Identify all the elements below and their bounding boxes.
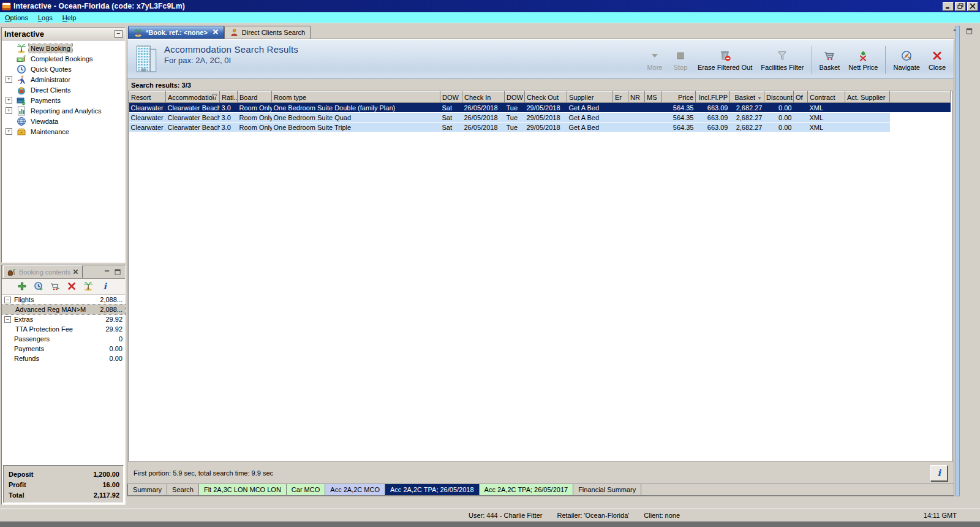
sidebar-collapse-button[interactable]: −: [115, 30, 123, 38]
mdi-maximize-icon[interactable]: [966, 28, 973, 34]
tab-book-ref-none[interactable]: *Book. ref.: <none>: [128, 26, 224, 39]
booking-row-refunds[interactable]: Refunds0.00: [2, 354, 125, 363]
tab-direct-clients-search[interactable]: Direct Clients Search: [224, 26, 311, 39]
column-header-basket[interactable]: Basket▼: [730, 92, 764, 103]
sidebar-item-viewdata[interactable]: Viewdata: [2, 116, 125, 126]
result-cell-er: [613, 113, 628, 123]
column-header-incl-fl-pp[interactable]: Incl.Fl.PP: [696, 92, 730, 103]
nett-price-icon: [857, 50, 869, 62]
result-row[interactable]: Clearwater ...Clearwater Beach Ma...3.0R…: [129, 113, 951, 123]
bottom-tab-flt-2a-3c-lon-mco-lon[interactable]: Flt 2A,3C LON MCO LON: [199, 484, 287, 496]
bottom-tab-financial-summary[interactable]: Financial Summary: [573, 484, 641, 496]
toolbar-button-label: Navigate: [893, 64, 919, 71]
add-item-button[interactable]: [17, 281, 27, 292]
column-header-check-in[interactable]: Check In: [462, 92, 505, 103]
column-header-board[interactable]: Board: [238, 92, 272, 103]
bottom-tab-search[interactable]: Search: [167, 484, 199, 496]
sidebar-item-new-booking[interactable]: New Booking: [2, 43, 125, 53]
erase-filtered-out-button[interactable]: Erase Filtered Out: [693, 48, 756, 72]
minimize-button[interactable]: [943, 2, 954, 11]
booking-minimize-icon[interactable]: [104, 269, 111, 275]
column-header-nr[interactable]: NR: [628, 92, 645, 103]
restore-button[interactable]: [955, 2, 966, 11]
column-header-dow[interactable]: DOW: [440, 92, 462, 103]
expand-toggle[interactable]: +: [6, 107, 12, 114]
sidebar-item-completed-bookings[interactable]: Completed Bookings: [2, 53, 125, 64]
sidebar-item-reporting-and-analytics[interactable]: +Reporting and Analytics: [2, 105, 125, 116]
restore-icon: [957, 3, 964, 9]
booking-row-value: 29.92: [105, 325, 125, 333]
result-row[interactable]: Clearwater ...Clearwater Beach Ma...3.0R…: [129, 103, 951, 113]
column-header-er[interactable]: Er: [613, 92, 628, 103]
results-info-button[interactable]: i: [930, 465, 948, 481]
booking-row-payments[interactable]: Payments0.00: [2, 344, 125, 354]
expand-toggle[interactable]: −: [4, 316, 11, 323]
sidebar-header: Interactive −: [2, 28, 125, 40]
booking-section-tabs: SummarySearchFlt 2A,3C LON MCO LONCar MC…: [127, 483, 954, 496]
sidebar-item-maintenance[interactable]: +Maintenance: [2, 126, 125, 137]
booking-row-flights[interactable]: −Flights2,088...: [2, 295, 125, 305]
delete-item-button[interactable]: [67, 281, 77, 292]
navigate-button[interactable]: Navigate: [889, 48, 924, 72]
menu-item-options[interactable]: Options: [0, 13, 33, 22]
bottom-tab-acc-2a-2c-tpa-26-05-2018[interactable]: Acc 2A,2C TPA; 26/05/2018: [385, 484, 480, 496]
column-header-supplier[interactable]: Supplier: [567, 92, 613, 103]
expand-toggle[interactable]: +: [6, 97, 12, 104]
result-cell-room-type: One Bedroom Suite Triple: [272, 123, 440, 132]
booking-button[interactable]: [83, 281, 93, 292]
basket-button[interactable]: Basket: [815, 48, 845, 72]
booking-row-advanced-reg-man-m[interactable]: Advanced Reg MAN>M2,088...: [2, 305, 125, 314]
column-header-discount[interactable]: Discount: [764, 92, 794, 103]
booking-row-passengers[interactable]: Passengers0: [2, 334, 125, 344]
close-button[interactable]: [967, 2, 978, 11]
close-button[interactable]: Close: [924, 48, 950, 72]
column-header-rati[interactable]: Rati...: [220, 92, 238, 103]
expand-toggle[interactable]: +: [6, 76, 12, 83]
refresh-button[interactable]: [34, 281, 43, 292]
column-header-accommodation[interactable]: Accommodation: [166, 92, 220, 103]
item-info-button[interactable]: i: [100, 281, 110, 292]
booking-contents-close-icon[interactable]: [73, 269, 78, 275]
summary-label: Total: [9, 491, 24, 499]
expand-toggle[interactable]: +: [6, 128, 12, 135]
close-icon: [969, 3, 976, 9]
menu-item-logs[interactable]: Logs: [33, 13, 58, 22]
column-header-contract[interactable]: Contract: [808, 92, 845, 103]
viewdata-icon: [16, 116, 26, 126]
booking-maximize-icon[interactable]: [115, 269, 121, 275]
toolbar-separator: [885, 46, 886, 74]
result-cell-price: 564.35: [662, 113, 696, 123]
column-header-check-out[interactable]: Check Out: [525, 92, 567, 103]
tab-close-icon[interactable]: [213, 29, 219, 36]
toolbar-separator: [812, 46, 812, 74]
column-header-price[interactable]: Price: [662, 92, 696, 103]
bottom-tab-summary[interactable]: Summary: [127, 484, 167, 496]
add-to-basket-button[interactable]: [50, 281, 60, 292]
column-header-act-supplier[interactable]: Act. Supplier: [845, 92, 890, 103]
column-header-of[interactable]: Of: [794, 92, 808, 103]
column-header-room-type[interactable]: Room type: [272, 92, 440, 103]
sidebar-item-payments[interactable]: +$Payments: [2, 95, 125, 105]
sidebar-item-administrator[interactable]: +Administrator: [2, 74, 125, 85]
column-header-dow[interactable]: DOW: [505, 92, 525, 103]
result-cell-discount: 0.00: [764, 103, 794, 113]
expand-toggle[interactable]: −: [4, 297, 11, 303]
bottom-tab-acc-2a-2c-mco[interactable]: Acc 2A,2C MCO: [325, 484, 385, 496]
result-cell-discount: 0.00: [764, 123, 794, 132]
column-header-ms[interactable]: MS: [645, 92, 662, 103]
booking-row-extras[interactable]: −Extras29.92: [2, 314, 125, 324]
result-row[interactable]: Clearwater ...Clearwater Beach Ma...3.0R…: [129, 123, 951, 132]
sidebar-item-direct-clients[interactable]: Direct Clients: [2, 85, 125, 95]
sidebar-item-quick-quotes[interactable]: Quick Quotes: [2, 64, 125, 74]
column-header-resort[interactable]: Resort: [129, 92, 166, 103]
facilities-filter-button[interactable]: Facilities Filter: [756, 48, 808, 72]
nett-price-button[interactable]: Nett Price: [844, 48, 882, 72]
menu-item-help[interactable]: Help: [58, 13, 81, 22]
bottom-tab-acc-2a-2c-tpa-26-05-2017[interactable]: Acc 2A,2C TPA; 26/05/2017: [480, 484, 574, 496]
filter-funnel-icon[interactable]: [211, 94, 218, 102]
toolbar-button-label: More: [647, 64, 662, 71]
booking-contents-tab[interactable]: Booking contents: [3, 265, 83, 278]
bottom-tab-car-mco[interactable]: Car MCO: [287, 484, 325, 496]
result-cell-check-out: 29/05/2018: [525, 103, 567, 113]
booking-row-tta-protection-fee[interactable]: TTA Protection Fee29.92: [2, 324, 125, 334]
